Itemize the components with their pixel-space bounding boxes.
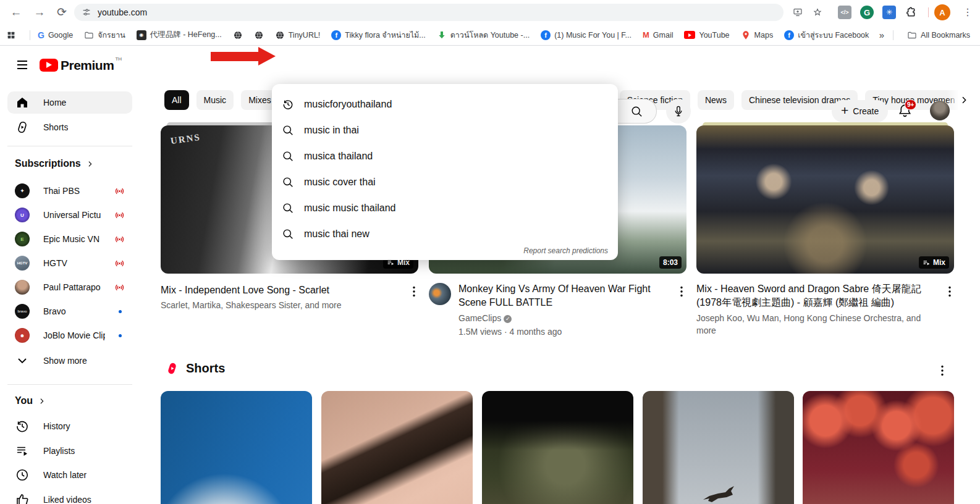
show-more-button[interactable]: Show more — [7, 350, 132, 372]
channel-thai-pbs[interactable]: ✦ Thai PBS — [7, 180, 132, 202]
create-button[interactable]: + Create — [832, 100, 888, 122]
bookmark-tikky-flora[interactable]: f Tikky flora จำหน่ายไม้... — [331, 29, 425, 41]
forward-icon[interactable]: → — [32, 5, 47, 20]
globe-icon — [275, 30, 285, 40]
sidebar-item-liked-videos[interactable]: Liked videos — [7, 489, 132, 504]
video-title[interactable]: Mix - Heaven Sword and Dragon Sabre 倚天屠龍… — [696, 282, 939, 309]
video-byline[interactable]: Scarlet, Martika, Shakespears Sister, an… — [161, 299, 395, 311]
hamburger-menu-icon[interactable] — [15, 57, 30, 72]
bookmarks-overflow-icon[interactable]: » — [879, 30, 884, 40]
home-icon — [15, 95, 30, 110]
channel-bravo[interactable]: bravo Bravo — [7, 300, 132, 322]
bookmark-globe-2[interactable] — [254, 30, 264, 40]
address-bar[interactable]: youtube.com — [74, 4, 784, 21]
extensions-puzzle-icon[interactable] — [903, 6, 917, 19]
chevron-down-icon — [15, 353, 30, 368]
bookmark-label: ดาวน์โหลด Youtube -... — [450, 29, 530, 41]
sidebar-item-home[interactable]: Home — [7, 91, 132, 114]
video-menu-icon[interactable] — [674, 284, 689, 299]
suggestion-item[interactable]: musicforyouthailand — [272, 91, 618, 117]
bookmark-gmail[interactable]: M Gmail — [643, 30, 674, 40]
youtube-premium-logo[interactable]: Premium TH — [40, 56, 122, 73]
grammarly-extension-icon[interactable]: G — [860, 6, 874, 19]
suggestion-item[interactable]: musica thailand — [272, 143, 618, 169]
short-thumbnail-1[interactable] — [161, 391, 312, 504]
sidebar-item-playlists[interactable]: Playlists — [7, 440, 132, 462]
video-title[interactable]: Monkey King Vs Army Of Heaven War Fight … — [458, 282, 669, 309]
bookmark-globe-1[interactable] — [233, 30, 243, 40]
bookmark-music-for-you[interactable]: f (1) Music For You | F... — [541, 30, 632, 40]
channel-avatar: bravo — [15, 304, 30, 319]
chip-all[interactable]: All — [164, 90, 189, 110]
suggestion-item[interactable]: music thai new — [272, 221, 618, 247]
sidebar: Home Shorts Subscriptions ✦ Thai PBS U U… — [0, 84, 140, 504]
channel-universal[interactable]: U Universal Picture... — [7, 204, 132, 226]
sidebar-item-history[interactable]: History — [7, 415, 132, 437]
short-thumbnail-2[interactable] — [321, 391, 473, 504]
notifications-button[interactable]: 9+ — [897, 103, 913, 119]
bookmark-hefeng[interactable]: ◉ 代理品牌 - HeFeng... — [137, 30, 222, 40]
all-bookmarks-button[interactable]: All Bookmarks — [907, 30, 970, 40]
back-icon[interactable]: ← — [9, 5, 23, 20]
short-thumbnail-5[interactable] — [803, 391, 954, 504]
folder-icon — [907, 30, 917, 40]
chips-scroll-next-button[interactable] — [947, 90, 978, 110]
bookmark-facebook-login[interactable]: f เข้าสู่ระบบ Facebook — [784, 29, 869, 41]
channel-hgtv[interactable]: HGTV HGTV — [7, 252, 132, 274]
liked-videos-icon — [15, 492, 30, 504]
browser-profile-avatar[interactable]: A — [934, 4, 950, 20]
bookmark-label: เข้าสู่ระบบ Facebook — [798, 29, 869, 41]
chip-music[interactable]: Music — [196, 90, 234, 110]
sidebar-item-watch-later[interactable]: Watch later — [7, 464, 132, 486]
bookmark-youtube[interactable]: YouTube — [684, 31, 729, 40]
bookmark-folder[interactable]: จักรยาน — [84, 29, 125, 41]
account-avatar[interactable] — [930, 101, 950, 120]
bookmark-maps[interactable]: Maps — [741, 30, 774, 40]
video-menu-icon[interactable] — [942, 284, 957, 299]
chip-news[interactable]: News — [698, 90, 734, 110]
video-channel[interactable]: GameClips✓ — [458, 312, 512, 324]
globe-icon — [254, 30, 264, 40]
suggestion-item[interactable]: music in thai — [272, 117, 618, 143]
video-title[interactable]: Mix - Independent Love Song - Scarlet — [161, 284, 395, 297]
subscriptions-header[interactable]: Subscriptions — [15, 158, 94, 169]
history-icon — [282, 98, 294, 111]
voice-search-button[interactable] — [666, 99, 691, 124]
video-thumbnail-3[interactable]: Mix — [696, 125, 954, 274]
bookmark-google[interactable]: G Google — [38, 30, 73, 40]
you-header[interactable]: You — [15, 395, 46, 406]
short-thumbnail-3[interactable] — [482, 391, 633, 504]
blue-extension-icon[interactable]: ✳ — [882, 6, 896, 19]
channel-joblo[interactable]: ☻ JoBlo Movie Clips — [7, 324, 132, 346]
video-menu-icon[interactable] — [407, 284, 421, 299]
short-thumbnail-4[interactable] — [643, 391, 794, 504]
site-settings-icon[interactable] — [82, 7, 91, 17]
browser-menu-icon[interactable]: ⋮ — [960, 5, 975, 20]
bookmarks-divider — [30, 30, 30, 40]
video-byline[interactable]: Joseph Koo, Wu Man, Hong Kong Chinese Or… — [696, 312, 939, 337]
shorts-title: Shorts — [186, 361, 225, 376]
bookmark-download-youtube[interactable]: ดาวน์โหลด Youtube -... — [437, 29, 530, 41]
history-icon — [15, 419, 30, 434]
live-icon — [114, 282, 125, 293]
apps-grid-icon[interactable] — [6, 30, 16, 40]
suggestion-item[interactable]: music music thailand — [272, 195, 618, 221]
sidebar-item-shorts[interactable]: Shorts — [7, 116, 132, 138]
site-icon: ◉ — [137, 30, 146, 40]
devtools-extension-icon[interactable]: </> — [838, 6, 851, 19]
reload-icon[interactable]: ⟳ — [54, 5, 69, 20]
channel-paul-pattarapon[interactable]: Paul Pattarapon ... — [7, 276, 132, 298]
channel-avatar-gameclips[interactable] — [429, 283, 451, 305]
gmail-icon: M — [643, 30, 649, 40]
suggestion-item[interactable]: music cover thai — [272, 169, 618, 195]
channel-avatar: ☻ — [15, 328, 30, 343]
search-suggestions-dropdown: musicforyouthailand music in thai musica… — [272, 84, 618, 260]
bookmark-tinyurl[interactable]: TinyURL! — [275, 30, 321, 40]
search-button[interactable] — [617, 99, 657, 124]
bookmark-label: (1) Music For You | F... — [554, 31, 632, 40]
channel-epic-music[interactable]: E Epic Music VN — [7, 228, 132, 250]
report-predictions-link[interactable]: Report search predictions — [523, 246, 608, 255]
shorts-menu-icon[interactable] — [935, 363, 950, 378]
bookmark-star-icon[interactable] — [811, 6, 824, 19]
install-icon[interactable] — [791, 6, 805, 19]
